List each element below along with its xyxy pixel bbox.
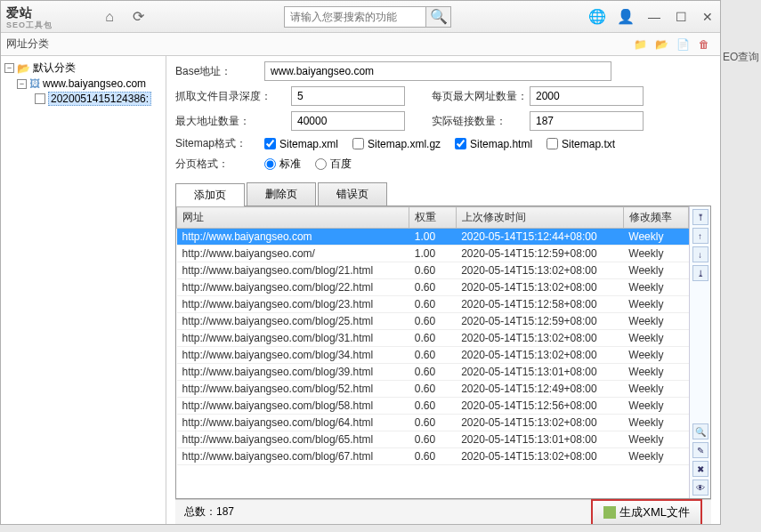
cell-time: 2020-05-14T15:13:02+08:00 (456, 415, 623, 431)
cell-freq: Weekly (623, 262, 688, 279)
perpage-input[interactable] (530, 86, 644, 106)
maxurl-input[interactable] (291, 111, 405, 131)
cell-freq: Weekly (623, 415, 688, 431)
cell-url: http://www.baiyangseo.com/blog/65.html (177, 431, 409, 448)
depth-label: 抓取文件目录深度： (175, 89, 291, 104)
cell-weight: 0.60 (409, 448, 456, 465)
sidebar-title: 网址分类 (6, 36, 49, 52)
cell-url: http://www.baiyangseo.com/blog/64.html (177, 415, 409, 431)
maximize-button[interactable]: ☐ (674, 10, 688, 24)
home-icon[interactable]: ⌂ (99, 6, 120, 28)
table-row[interactable]: http://www.baiyangseo.com/blog/52.html0.… (177, 381, 689, 398)
sidebar: − 📂 默认分类 − 🖼 www.baiyangseo.com 20200514… (1, 56, 166, 524)
table-row[interactable]: http://www.baiyangseo.com/blog/25.html0.… (177, 313, 689, 330)
sitemap-xml-check[interactable]: Sitemap.xml (264, 138, 338, 150)
col-time[interactable]: 上次修改时间 (456, 207, 623, 229)
generate-xml-label: 生成XML文件 (619, 504, 690, 520)
depth-input[interactable] (291, 86, 405, 106)
table-row[interactable]: http://www.baiyangseo.com/1.002020-05-14… (177, 246, 689, 262)
table-row[interactable]: http://www.baiyangseo.com/blog/21.html0.… (177, 262, 689, 279)
cell-time: 2020-05-14T15:12:58+08:00 (456, 296, 623, 313)
sitemap-label: Sitemap格式： (175, 136, 264, 151)
table-row[interactable]: http://www.baiyangseo.com/blog/65.html0.… (177, 431, 689, 448)
tab-delete[interactable]: 删除页 (247, 182, 316, 206)
move-top-button[interactable]: ⤒ (692, 209, 708, 225)
add-page-icon[interactable]: 📄 (674, 36, 692, 53)
col-weight[interactable]: 权重 (409, 207, 456, 229)
table-row[interactable]: http://www.baiyangseo.com/blog/22.html0.… (177, 279, 689, 296)
cell-freq: Weekly (623, 313, 688, 330)
delete-row-button[interactable]: ✖ (692, 461, 708, 477)
cell-freq: Weekly (623, 229, 688, 246)
refresh-icon[interactable]: ⟳ (127, 6, 149, 28)
table-row[interactable]: http://www.baiyangseo.com/blog/34.html0.… (177, 347, 689, 364)
user-icon[interactable]: 👤 (615, 6, 636, 28)
table-row[interactable]: http://www.baiyangseo.com1.002020-05-14T… (177, 229, 689, 246)
table-row[interactable]: http://www.baiyangseo.com/blog/67.html0.… (177, 448, 689, 465)
actual-input[interactable] (530, 111, 644, 131)
move-bottom-button[interactable]: ⤓ (692, 265, 708, 281)
cell-time: 2020-05-14T15:13:02+08:00 (456, 330, 623, 347)
cell-url: http://www.baiyangseo.com/blog/34.html (177, 347, 409, 364)
cell-weight: 0.60 (409, 431, 456, 448)
sitemap-txt-check[interactable]: Sitemap.txt (546, 138, 615, 150)
base-label: Base地址： (175, 64, 264, 79)
perpage-label: 每页最大网址数量： (432, 89, 530, 104)
table-row[interactable]: http://www.baiyangseo.com/blog/39.html0.… (177, 364, 689, 381)
cell-freq: Weekly (623, 398, 688, 415)
cell-weight: 0.60 (409, 262, 456, 279)
cell-url: http://www.baiyangseo.com/blog/22.html (177, 279, 409, 296)
cell-weight: 0.60 (409, 415, 456, 431)
cell-weight: 0.60 (409, 347, 456, 364)
search-row-button[interactable]: 🔍 (692, 423, 708, 439)
base-url-input[interactable] (264, 61, 611, 81)
tree-root[interactable]: − 📂 默认分类 (4, 60, 162, 77)
add-folder-icon[interactable]: 📁 (631, 36, 649, 53)
app-window: 爱站 SEO工具包 ⌂ ⟳ 🔍 🌐 👤 — ☐ ✕ 网址分类 📁 📂 📄 🗑 (0, 0, 721, 525)
cell-time: 2020-05-14T15:12:59+08:00 (456, 313, 623, 330)
cell-url: http://www.baiyangseo.com/blog/58.html (177, 398, 409, 415)
sitemap-xmlgz-check[interactable]: Sitemap.xml.gz (352, 138, 441, 150)
move-up-button[interactable]: ↑ (692, 228, 708, 244)
cell-freq: Weekly (623, 246, 688, 262)
col-freq[interactable]: 修改频率 (623, 207, 688, 229)
page-standard-radio[interactable]: 标准 (264, 157, 301, 172)
cell-freq: Weekly (623, 448, 688, 465)
tab-add[interactable]: 添加页 (175, 183, 245, 206)
table-row[interactable]: http://www.baiyangseo.com/blog/23.html0.… (177, 296, 689, 313)
search-button[interactable]: 🔍 (426, 6, 451, 28)
edit-row-button[interactable]: ✎ (692, 442, 708, 458)
table-row[interactable]: http://www.baiyangseo.com/blog/64.html0.… (177, 415, 689, 431)
cell-url: http://www.baiyangseo.com/blog/31.html (177, 330, 409, 347)
cell-weight: 0.60 (409, 313, 456, 330)
cell-url: http://www.baiyangseo.com/ (177, 246, 409, 262)
brand-sub: SEO工具包 (6, 21, 95, 28)
globe-icon[interactable]: 🌐 (587, 6, 608, 28)
external-tab-label: EO查询 (723, 50, 759, 65)
file-icon (603, 506, 616, 519)
cell-weight: 0.60 (409, 381, 456, 398)
move-down-button[interactable]: ↓ (692, 246, 708, 262)
search-input[interactable] (284, 6, 426, 28)
delete-folder-icon[interactable]: 📂 (652, 36, 670, 53)
cell-weight: 0.60 (409, 398, 456, 415)
tree-collapse-icon[interactable]: − (4, 63, 14, 73)
table-row[interactable]: http://www.baiyangseo.com/blog/58.html0.… (177, 398, 689, 415)
show-row-button[interactable]: 👁 (692, 480, 708, 496)
globe-page-icon: 🖼 (29, 77, 40, 90)
delete-page-icon[interactable]: 🗑 (695, 36, 713, 53)
tree-leaf[interactable]: 2020051415124386: (4, 91, 162, 107)
url-grid[interactable]: 网址 权重 上次修改时间 修改频率 http://www.baiyangseo.… (176, 206, 689, 498)
page-baidu-radio[interactable]: 百度 (315, 157, 352, 172)
col-url[interactable]: 网址 (177, 207, 409, 229)
cell-url: http://www.baiyangseo.com/blog/39.html (177, 364, 409, 381)
close-button[interactable]: ✕ (700, 10, 715, 24)
table-row[interactable]: http://www.baiyangseo.com/blog/31.html0.… (177, 330, 689, 347)
sitemap-html-check[interactable]: Sitemap.html (455, 138, 532, 150)
tree-site[interactable]: − 🖼 www.baiyangseo.com (4, 77, 162, 91)
cell-url: http://www.baiyangseo.com/blog/52.html (177, 381, 409, 398)
minimize-button[interactable]: — (647, 10, 661, 24)
tree-collapse-icon[interactable]: − (17, 79, 27, 89)
tab-error[interactable]: 错误页 (318, 182, 387, 206)
generate-xml-button[interactable]: 生成XML文件 (591, 499, 702, 525)
